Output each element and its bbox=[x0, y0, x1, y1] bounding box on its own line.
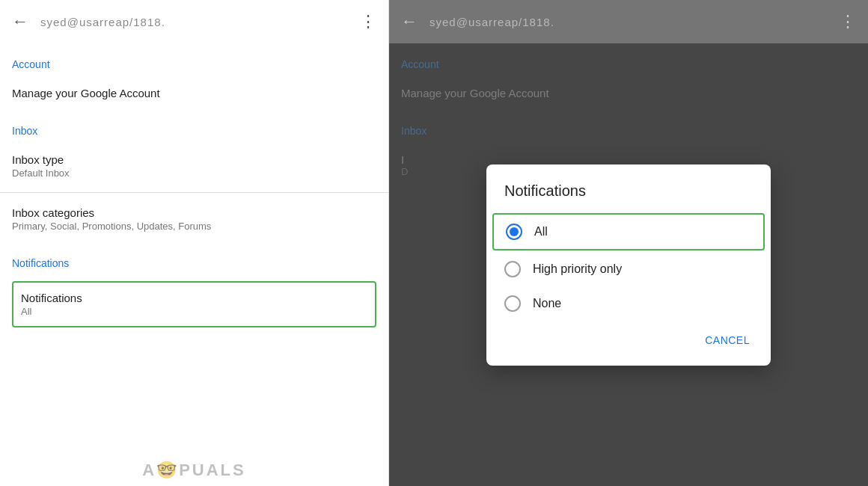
left-account-section-header: Account bbox=[0, 43, 388, 76]
dialog-options: All High priority only None bbox=[486, 213, 771, 321]
left-manage-google-label: Manage your Google Account bbox=[12, 87, 376, 99]
left-more-icon[interactable]: ⋮ bbox=[360, 12, 376, 31]
left-inbox-type-value: Default Inbox bbox=[12, 167, 376, 179]
left-inbox-section-header: Inbox bbox=[0, 110, 388, 143]
notifications-dialog: Notifications All High priority only bbox=[486, 164, 771, 366]
divider-1 bbox=[0, 192, 388, 193]
right-more-icon[interactable]: ⋮ bbox=[840, 12, 856, 31]
right-email-address: syed@usarreap/1818. bbox=[430, 16, 834, 28]
left-back-icon[interactable]: ← bbox=[12, 12, 28, 31]
right-bg-content: Account Manage your Google Account Inbox… bbox=[389, 43, 868, 486]
left-notifications-value: All bbox=[21, 306, 367, 317]
dialog-option-high-priority[interactable]: High priority only bbox=[492, 252, 765, 286]
left-inbox-categories-value: Primary, Social, Promotions, Updates, Fo… bbox=[12, 221, 376, 232]
right-top-bar: ← syed@usarreap/1818. ⋮ bbox=[389, 0, 868, 43]
radio-none-circle bbox=[504, 295, 521, 312]
dialog-cancel-button[interactable]: Cancel bbox=[696, 327, 759, 354]
left-notifications-item[interactable]: Notifications All bbox=[12, 281, 376, 327]
left-manage-google-item[interactable]: Manage your Google Account bbox=[0, 76, 388, 110]
left-notifications-label: Notifications bbox=[21, 292, 367, 304]
left-inbox-categories-label: Inbox categories bbox=[12, 206, 376, 219]
left-top-bar: ← syed@usarreap/1818. ⋮ bbox=[0, 0, 388, 43]
left-email-address: syed@usarreap/1818. bbox=[40, 16, 354, 28]
right-back-icon[interactable]: ← bbox=[401, 12, 418, 31]
dialog-option-none-label: None bbox=[533, 297, 561, 310]
dialog-actions: Cancel bbox=[486, 321, 771, 360]
left-inbox-type-item[interactable]: Inbox type Default Inbox bbox=[0, 143, 388, 189]
left-notifications-section-header: Notifications bbox=[0, 242, 388, 275]
dialog-option-high-priority-label: High priority only bbox=[533, 262, 622, 276]
dialog-overlay: Notifications All High priority only bbox=[389, 43, 868, 486]
radio-high-priority-circle bbox=[504, 261, 521, 277]
left-panel: ← syed@usarreap/1818. ⋮ Account Manage y… bbox=[0, 0, 389, 486]
right-panel: ← syed@usarreap/1818. ⋮ Account Manage y… bbox=[389, 0, 868, 486]
dialog-option-all-label: All bbox=[534, 225, 548, 239]
radio-all-circle bbox=[506, 224, 522, 240]
left-settings-content: Account Manage your Google Account Inbox… bbox=[0, 43, 388, 486]
dialog-option-none[interactable]: None bbox=[492, 286, 765, 321]
left-inbox-categories-item[interactable]: Inbox categories Primary, Social, Promot… bbox=[0, 196, 388, 242]
dialog-option-all[interactable]: All bbox=[492, 213, 765, 250]
dialog-title: Notifications bbox=[486, 182, 771, 212]
left-inbox-type-label: Inbox type bbox=[12, 153, 376, 166]
